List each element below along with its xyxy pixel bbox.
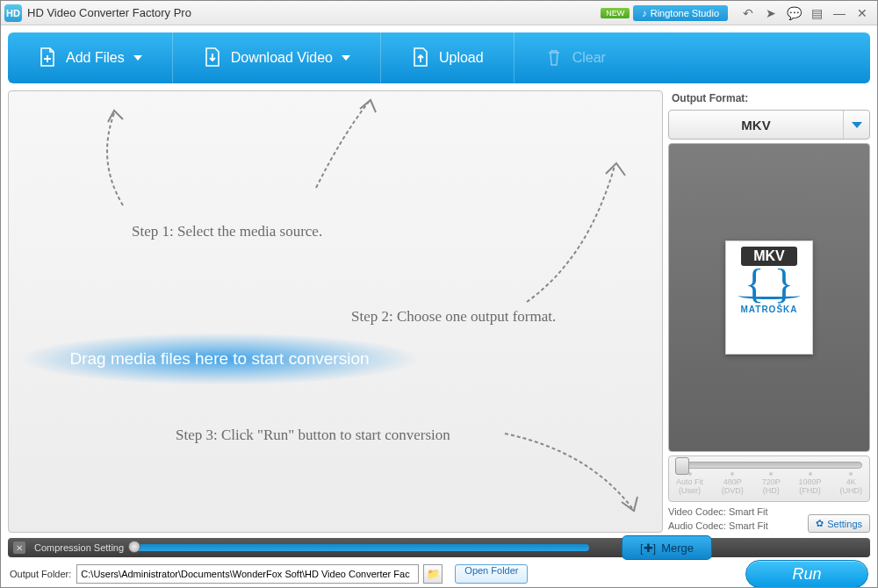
compression-slider[interactable] [133, 544, 589, 551]
clear-button[interactable]: Clear [515, 32, 636, 83]
swoosh-icon [738, 292, 800, 299]
compression-label: Compression Setting [34, 542, 124, 553]
output-format-value: MKV [669, 118, 843, 133]
add-file-icon [38, 47, 57, 69]
add-files-button[interactable]: Add Files [8, 32, 173, 83]
run-button[interactable]: Run [745, 560, 868, 588]
close-icon[interactable]: ✕ [851, 4, 874, 23]
compression-close-icon[interactable]: ✕ [13, 541, 25, 554]
drop-area[interactable]: Step 1: Select the media source. Step 2:… [8, 90, 663, 533]
app-title: HD Video Converter Factory Pro [27, 6, 191, 19]
output-folder-path[interactable]: C:\Users\Administrator\Documents\WonderF… [76, 564, 419, 584]
output-folder-label: Output Folder: [10, 569, 71, 579]
arrow-icon [307, 91, 413, 197]
video-codec-text: Video Codec: Smart Fit [668, 506, 802, 519]
ringtone-studio-button[interactable]: ♪ Ringtone Studio [633, 5, 728, 21]
folder-icon: 📁 [427, 568, 440, 580]
chevron-down-icon [843, 111, 869, 139]
new-badge: NEW [601, 8, 630, 18]
upload-label: Upload [439, 50, 484, 66]
arrow-step1-icon [79, 100, 184, 214]
settings-button[interactable]: ✿ Settings [808, 514, 870, 533]
audio-codec-text: Audio Codec: Smart Fit [668, 520, 802, 533]
bottom-bar: Output Folder: C:\Users\Administrator\Do… [1, 557, 877, 588]
clear-label: Clear [572, 50, 606, 66]
resolution-panel: Auto Fit(User)480P(DVD)720P(HD)1080P(FHD… [668, 455, 870, 503]
resolution-option[interactable]: Auto Fit(User) [676, 472, 703, 497]
step2-text: Step 2: Choose one output format. [351, 308, 556, 326]
menu-icon[interactable]: ▤ [805, 4, 828, 23]
ringtone-icon: ♪ [642, 8, 647, 18]
step3-text: Step 3: Click "Run" button to start conv… [176, 427, 450, 444]
resolution-option[interactable]: 1080P(FHD) [799, 472, 822, 497]
merge-button[interactable]: [✚] Merge [622, 535, 712, 560]
resolution-option[interactable]: 480P(DVD) [722, 472, 744, 497]
settings-label: Settings [827, 519, 862, 529]
merge-icon: [✚] [640, 541, 656, 555]
slider-knob-icon[interactable] [128, 541, 140, 553]
upload-button[interactable]: Upload [381, 32, 515, 83]
resolution-option[interactable]: 720P(HD) [762, 472, 781, 497]
download-icon [203, 47, 222, 69]
gear-icon: ✿ [816, 518, 824, 529]
download-label: Download Video [231, 50, 333, 66]
open-folder-button[interactable]: Open Folder [455, 564, 528, 584]
output-panel: Output Format: MKV MKV { } MATROŠKA Auto… [668, 90, 870, 533]
upload-icon [411, 47, 430, 69]
codec-info: Video Codec: Smart Fit Audio Codec: Smar… [668, 506, 802, 533]
chevron-down-icon [133, 55, 142, 61]
resolution-option[interactable]: 4K(UHD) [839, 472, 862, 497]
card-name: MATROŠKA [740, 305, 797, 314]
feedback-icon[interactable]: 💬 [782, 4, 805, 23]
download-video-button[interactable]: Download Video [173, 32, 381, 83]
format-card: MKV { } MATROŠKA [725, 240, 813, 355]
compression-bar: ✕ Compression Setting [✚] Merge [8, 538, 870, 557]
ringtone-label: Ringtone Studio [651, 8, 719, 18]
output-format-label: Output Format: [668, 90, 870, 106]
trash-icon [544, 47, 564, 69]
format-preview[interactable]: MKV { } MATROŠKA [668, 143, 870, 452]
share-icon[interactable]: ➤ [759, 4, 782, 23]
app-logo-icon: HD [4, 4, 22, 22]
chevron-down-icon [342, 55, 350, 61]
resolution-slider[interactable] [676, 462, 862, 469]
slider-knob-icon[interactable] [675, 457, 689, 475]
main-toolbar: Add Files Download Video Upload Clear [8, 32, 870, 83]
minimize-icon[interactable]: — [828, 4, 851, 23]
add-files-label: Add Files [66, 50, 125, 66]
output-format-dropdown[interactable]: MKV [668, 110, 870, 140]
step1-text: Step 1: Select the media source. [132, 223, 322, 240]
browse-folder-button[interactable]: 📁 [423, 564, 443, 584]
arrow-step2-icon [518, 153, 650, 311]
merge-label: Merge [661, 541, 694, 555]
undo-icon[interactable]: ↶ [737, 4, 759, 23]
drag-hint: Drag media files here to start conversio… [18, 333, 421, 385]
title-bar: HD HD Video Converter Factory Pro NEW ♪ … [1, 1, 877, 25]
arrow-step3-icon [500, 425, 650, 521]
